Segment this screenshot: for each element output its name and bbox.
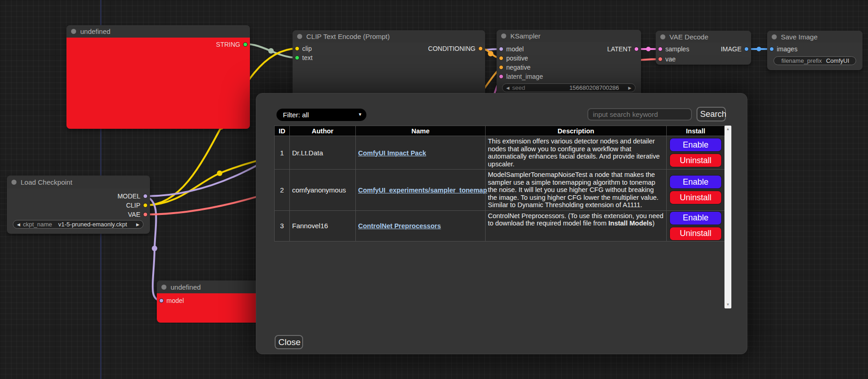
output-slot-label: CONDITIONING	[428, 45, 475, 52]
column-header-install: Install	[667, 126, 725, 136]
node-title-bar[interactable]: KSampler	[497, 30, 641, 42]
widget-label: filename_prefix	[778, 57, 822, 64]
decrement-arrow-icon[interactable]: ◀	[506, 86, 509, 90]
node-title-bar[interactable]: undefined	[66, 25, 250, 38]
input-slot-samples-dot[interactable]	[658, 47, 663, 51]
input-slot-text-dot[interactable]	[295, 55, 299, 60]
input-slot-model-dot[interactable]	[159, 298, 164, 303]
filter-select[interactable]: Filter: all	[276, 109, 366, 121]
collapse-dot-icon[interactable]	[11, 180, 17, 185]
enable-button[interactable]: Enable	[670, 212, 721, 225]
collapse-dot-icon[interactable]	[71, 29, 76, 34]
input-slot-images-dot[interactable]	[769, 47, 774, 51]
enable-button[interactable]: Enable	[670, 138, 721, 151]
node-title: undefined	[171, 283, 201, 291]
filename-prefix-widget[interactable]: filename_prefix ComfyUI	[774, 56, 856, 65]
node-error-body: STRING	[66, 38, 250, 129]
node-title: CLIP Text Encode (Prompt)	[306, 33, 390, 40]
widget-value: v1-5-pruned-emaonly.ckpt	[55, 221, 134, 228]
node-title-bar[interactable]: Save Image	[767, 31, 862, 43]
input-slot-label: latent_image	[506, 73, 543, 80]
node-vae-decode[interactable]: VAE Decode samples vae IMAGE	[656, 31, 751, 65]
input-slot-label: samples	[665, 45, 689, 53]
input-slot-model-dot[interactable]	[499, 47, 503, 51]
widget-label: seed	[512, 84, 525, 91]
description-bold-text: Install Models	[608, 220, 652, 227]
input-slot-label: negative	[506, 64, 531, 71]
seed-widget[interactable]: ◀ seed 156680208700286 ▶	[502, 83, 636, 92]
output-slot-label: CLIP	[126, 202, 140, 209]
table-row: 3 Fannovel16 ControlNet Preprocessors Co…	[275, 210, 725, 241]
enable-button[interactable]: Enable	[670, 176, 721, 188]
node-title: VAE Decode	[669, 33, 708, 41]
input-slot-negative-dot[interactable]	[499, 65, 503, 70]
output-slot-label: VAE	[128, 211, 140, 218]
extension-id: 2	[275, 170, 290, 211]
node-ksampler[interactable]: KSampler model positive negative latent_…	[497, 30, 641, 96]
scroll-up-icon[interactable]: ▲	[724, 126, 731, 132]
search-input[interactable]	[587, 108, 692, 121]
node-save-image[interactable]: Save Image images filename_prefix ComfyU…	[767, 31, 862, 70]
input-slot-clip-dot[interactable]	[295, 46, 299, 51]
input-slot-label: vae	[665, 55, 676, 63]
output-slot-label: MODEL	[117, 192, 140, 200]
uninstall-button[interactable]: Uninstall	[670, 191, 721, 204]
input-slot-positive-dot[interactable]	[499, 56, 503, 60]
ckpt-name-widget[interactable]: ◀ ckpt_name v1-5-pruned-emaonly.ckpt ▶	[13, 220, 144, 229]
extension-author: Fannovel16	[290, 210, 356, 241]
output-slot-label: IMAGE	[721, 45, 741, 53]
filter-select-wrap: Filter: all ▾	[276, 109, 366, 121]
input-slot-label: model	[166, 297, 184, 304]
output-slot-model-dot[interactable]	[143, 194, 148, 198]
increment-arrow-icon[interactable]: ▶	[628, 86, 631, 90]
extension-author: comfyanonymous	[290, 170, 356, 211]
output-slot-image-dot[interactable]	[744, 47, 749, 51]
output-slot-latent-dot[interactable]	[634, 47, 639, 51]
node-undefined-string[interactable]: undefined STRING	[66, 25, 250, 129]
node-title-bar[interactable]: VAE Decode	[656, 31, 751, 43]
extension-name-link[interactable]: ComfyUI_experiments/sampler_tonemap	[358, 187, 487, 194]
output-slot-string-dot[interactable]	[243, 42, 248, 47]
collapse-dot-icon[interactable]	[660, 34, 665, 39]
node-title: KSampler	[510, 32, 541, 40]
output-slot-clip-dot[interactable]	[143, 203, 148, 208]
input-slot-vae-dot[interactable]	[658, 57, 663, 61]
node-title-bar[interactable]: Load Checkpoint	[7, 176, 150, 188]
input-slot-label: positive	[506, 55, 528, 62]
column-header-name: Name	[356, 126, 486, 136]
column-header-author: Author	[290, 126, 356, 136]
output-slot-vae-dot[interactable]	[143, 212, 148, 217]
table-scrollbar[interactable]: ▲ ▼	[724, 126, 731, 308]
column-header-description: Description	[486, 126, 667, 136]
search-button[interactable]: Search	[697, 107, 726, 121]
column-header-id: ID	[275, 126, 290, 136]
close-button[interactable]: Close	[275, 335, 303, 349]
previous-arrow-icon[interactable]: ◀	[17, 222, 20, 227]
table-row: 1 Dr.Lt.Data ComfyUI Impact Pack This ex…	[275, 136, 725, 170]
node-title: undefined	[80, 27, 111, 35]
widget-value: ComfyUI	[824, 57, 852, 64]
node-clip-text-encode[interactable]: CLIP Text Encode (Prompt) clip text COND…	[293, 30, 485, 99]
extension-id: 1	[275, 136, 290, 170]
node-title: Save Image	[781, 33, 818, 41]
extension-name-link[interactable]: ControlNet Preprocessors	[358, 222, 441, 230]
output-slot-label: LATENT	[607, 45, 631, 53]
output-slot-label: STRING	[216, 41, 240, 48]
uninstall-button[interactable]: Uninstall	[670, 154, 721, 167]
output-slot-conditioning-dot[interactable]	[478, 46, 483, 51]
collapse-dot-icon[interactable]	[297, 34, 302, 39]
extension-description: ControlNet Preprocessors. (To use this e…	[486, 210, 667, 241]
node-title-bar[interactable]: CLIP Text Encode (Prompt)	[293, 30, 485, 43]
input-slot-latent-image-dot[interactable]	[499, 74, 503, 79]
collapse-dot-icon[interactable]	[161, 285, 166, 290]
scroll-down-icon[interactable]: ▼	[724, 302, 731, 308]
extension-manager-dialog: Filter: all ▾ Search ID Author Name Desc…	[256, 93, 747, 354]
node-title: Load Checkpoint	[21, 178, 72, 186]
next-arrow-icon[interactable]: ▶	[136, 222, 139, 227]
node-graph-canvas[interactable]: undefined STRING CLIP Text Encode (Promp…	[0, 0, 868, 379]
node-load-checkpoint[interactable]: Load Checkpoint MODEL CLIP VAE ◀ ckpt_na…	[7, 176, 150, 234]
uninstall-button[interactable]: Uninstall	[670, 227, 721, 240]
extension-name-link[interactable]: ComfyUI Impact Pack	[358, 149, 426, 157]
collapse-dot-icon[interactable]	[501, 33, 506, 38]
collapse-dot-icon[interactable]	[772, 34, 777, 39]
